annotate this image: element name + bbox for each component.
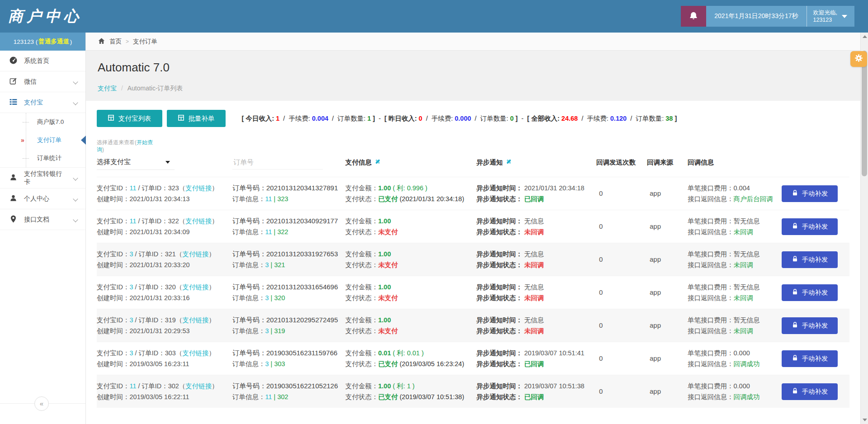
table-row: 支付宝ID：3 / 订单ID：303（支付链接） 创建时间：2019/03/05…	[97, 342, 849, 375]
sidebar-item-label: 个人中心	[24, 195, 67, 203]
manual-resend-button[interactable]: 手动补发	[782, 317, 838, 334]
column-header-async-notify: 异步通知	[476, 158, 596, 167]
sub-breadcrumb-link[interactable]: 支付宝	[98, 85, 117, 92]
profit: ( 利: 1 )	[393, 382, 415, 390]
pay-link[interactable]: 支付链接	[185, 217, 212, 225]
notify-status-value: 未回调	[524, 261, 544, 269]
sidebar-item-alipay-to-bank[interactable]: 支付宝转银行卡	[0, 168, 85, 188]
callback-source-value: app	[647, 254, 688, 265]
pay-link[interactable]: 支付链接	[185, 184, 212, 192]
manual-resend-button[interactable]: 手动补发	[782, 383, 838, 400]
alipay-id-value: 3	[130, 283, 133, 291]
order-number-value: 2019030516231159766	[266, 349, 337, 357]
callback-count-value: 0	[596, 188, 647, 199]
created-time-value: 2021/01/31 20:33:16	[130, 294, 190, 302]
manual-resend-button[interactable]: 手动补发	[782, 350, 838, 367]
pay-link[interactable]: 支付链接	[182, 316, 208, 324]
order-number-cell: 订单号码：2021013120341327891 订单信息：11 | 323	[232, 183, 345, 204]
sidebar-item-home[interactable]: 系统首页	[0, 51, 85, 71]
sidebar-item-pay-orders[interactable]: » 支付订单	[0, 131, 85, 149]
order-number-value: 2021013120331654696	[266, 283, 338, 291]
order-info-id: 11	[265, 228, 272, 236]
async-notify-cell: 异步通知时间： 无信息 异步通知状态： 未回调	[476, 216, 596, 237]
shuffle-icon[interactable]	[505, 158, 512, 166]
sidebar-item-personal-center[interactable]: 个人中心	[0, 188, 85, 209]
alipay-id-value: 3	[130, 250, 133, 258]
dashboard-icon	[9, 56, 18, 66]
sub-breadcrumb-current: Automatic-订单列表	[127, 85, 183, 92]
callback-info-cell: 单笔接口费用：暂无信息 接口返回信息：未回调	[688, 315, 782, 336]
alipay-id-value: 3	[130, 316, 133, 324]
order-id-cell: 支付宝ID：3 / 订单ID：303（支付链接） 创建时间：2019/03/05…	[97, 348, 232, 369]
active-marker: »	[21, 137, 24, 144]
order-info-order: 303	[274, 360, 285, 367]
fee-value: 0.000	[734, 349, 750, 357]
sidebar-item-merchant-v7[interactable]: 商户版7.0	[0, 113, 85, 131]
chevron-down-icon	[842, 15, 847, 18]
sub-breadcrumb-separator: /	[121, 85, 123, 92]
callback-count-value: 0	[596, 221, 647, 232]
breadcrumb-home[interactable]: 首页	[109, 38, 122, 46]
lock-icon	[792, 387, 798, 396]
sidebar-item-order-stats[interactable]: 订单统计	[0, 149, 85, 167]
async-notify-cell: 异步通知时间： 2019/03/07 10:51:38 异步通知状态： 已回调	[476, 381, 596, 402]
pay-link[interactable]: 支付链接	[185, 382, 212, 390]
notify-status-value: 未回调	[524, 327, 544, 334]
table-icon	[108, 114, 114, 122]
manual-resend-button[interactable]: 手动补发	[782, 218, 838, 235]
manual-resend-button[interactable]: 手动补发	[782, 185, 838, 202]
order-info-id: 11	[265, 195, 272, 203]
callback-source-value: app	[647, 320, 688, 331]
sidebar: 123123 ( 普通多通道 ) 系统首页 微信 支付宝	[0, 33, 86, 424]
sidebar-item-label: 微信	[24, 78, 67, 86]
sidebar-item-alipay[interactable]: 支付宝	[0, 92, 85, 113]
column-header-pay-info: 支付信息	[345, 158, 476, 167]
settings-gear-button[interactable]	[850, 51, 867, 67]
pay-link[interactable]: 支付链接	[182, 283, 208, 291]
pay-info-cell: 支付金额：1.00 支付状态：未支付	[345, 249, 476, 270]
pay-status-value: 未支付	[378, 261, 398, 269]
order-id-cell: 支付宝ID：11 / 订单ID：322（支付链接） 创建时间：2021/01/3…	[97, 216, 232, 237]
sidebar-item-wechat[interactable]: 微信	[0, 71, 85, 92]
manual-resend-button[interactable]: 手动补发	[782, 284, 838, 301]
lock-icon	[792, 288, 798, 297]
scroll-down-arrow-icon[interactable]	[863, 419, 867, 421]
async-notify-cell: 异步通知时间： 无信息 异步通知状态： 未回调	[476, 315, 596, 336]
async-notify-cell: 异步通知时间： 2021/01/31 20:34:18 异步通知状态： 已回调	[476, 183, 596, 204]
channel-filter-hint: 选择通道来查看(开始查询)	[97, 139, 157, 153]
notifications-button[interactable]	[681, 6, 706, 27]
scroll-up-arrow-icon[interactable]	[863, 35, 867, 38]
channel-select[interactable]: 选择支付宝	[97, 155, 175, 170]
alipay-list-button[interactable]: 支付宝列表	[97, 110, 162, 127]
pay-link[interactable]: 支付链接	[182, 250, 208, 258]
breadcrumb: 首页 > 支付订单	[86, 33, 860, 51]
alipay-submenu: 商户版7.0 » 支付订单 订单统计	[0, 113, 85, 168]
callback-count-value: 0	[596, 287, 647, 298]
order-number-input[interactable]	[232, 155, 323, 170]
vertical-scrollbar[interactable]	[860, 33, 868, 424]
column-header-cb-count: 回调发送次数	[596, 158, 647, 167]
sidebar-item-api-docs[interactable]: 接口文档	[0, 209, 85, 230]
pay-info-cell: 支付金额：1.00 支付状态：未支付	[345, 282, 476, 303]
order-number-value: 2021013120341327891	[266, 184, 338, 192]
scrollbar-thumb[interactable]	[862, 51, 867, 176]
batch-resend-button[interactable]: 批量补单	[167, 110, 226, 127]
sub-breadcrumb: 支付宝 / Automatic-订单列表	[98, 85, 849, 101]
notify-time-value: 无信息	[524, 217, 544, 225]
notify-time-value: 无信息	[524, 283, 544, 291]
manual-resend-button[interactable]: 手动补发	[782, 251, 838, 268]
shuffle-icon[interactable]	[374, 158, 381, 166]
fee-value: 暂无信息	[734, 283, 760, 291]
order-info-id: 3	[265, 294, 269, 302]
sidebar-item-label: 接口文档	[24, 216, 67, 224]
async-notify-cell: 异步通知时间： 无信息 异步通知状态： 未回调	[476, 282, 596, 303]
home-icon[interactable]	[98, 37, 105, 46]
pay-status-value: 未支付	[378, 294, 398, 302]
pay-link[interactable]: 支付链接	[182, 349, 208, 357]
callback-source-value: app	[647, 287, 688, 298]
amount-value: 1.00	[378, 283, 391, 291]
callback-source-value: app	[647, 386, 688, 397]
sidebar-collapse-button[interactable]: «	[34, 396, 49, 411]
user-menu[interactable]: 欢迎光临, 123123	[807, 9, 842, 24]
gear-icon	[854, 54, 863, 64]
